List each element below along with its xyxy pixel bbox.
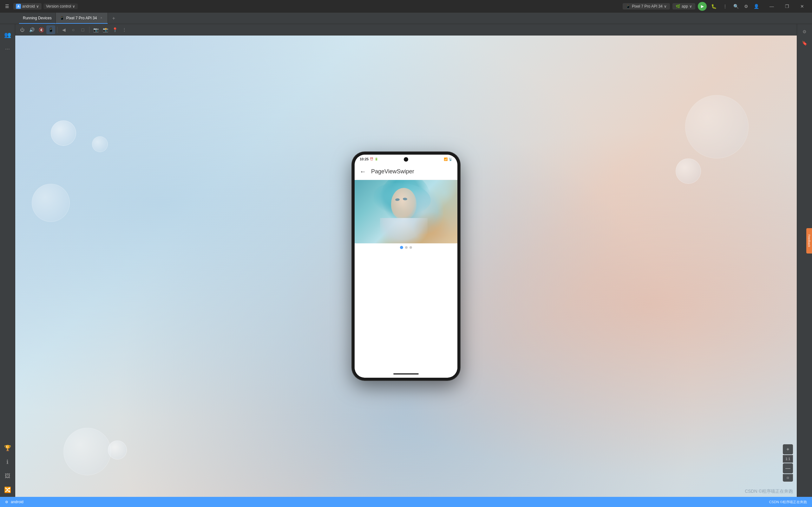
status-csdn-text: CSDN ©程序喵正在奔跑 bbox=[769, 500, 807, 504]
status-time: 10:25 bbox=[360, 157, 368, 161]
status-right-icons: 📶 📡 bbox=[444, 158, 452, 161]
titlebar-right: 🔍 ⚙ 👤 — ❐ ✕ bbox=[731, 2, 809, 11]
titlebar-center: 📱 Pixel 7 Pro API 34 ∨ 🌿 app ∨ ▶ 🐛 ⋮ bbox=[623, 2, 729, 11]
device-name: Pixel 7 Pro API 34 bbox=[632, 4, 663, 9]
status-battery-icon: 🔋 bbox=[374, 158, 378, 161]
settings-icon[interactable]: ⚙ bbox=[742, 2, 751, 11]
sidebar-git-icon[interactable]: 🔀 bbox=[1, 484, 14, 496]
wifi-icon: 📶 bbox=[444, 158, 448, 161]
status-time-area: 10:25 ⏰ 🔋 bbox=[360, 157, 378, 161]
phone-screen: 10:25 ⏰ 🔋 📶 📡 ← PageViewSwiper bbox=[355, 155, 457, 378]
zoom-out-button[interactable]: — bbox=[783, 463, 793, 473]
tab-pixel-device[interactable]: 📱 Pixel 7 Pro API 34 × bbox=[56, 13, 108, 24]
phone-app-title: PageViewSwiper bbox=[371, 168, 414, 175]
status-bar-left: ⚙ android bbox=[5, 500, 769, 504]
tab-running-devices[interactable]: Running Devices bbox=[19, 13, 56, 24]
sidebar-people-icon[interactable]: 👥 bbox=[1, 29, 14, 41]
run-button[interactable]: ▶ bbox=[698, 2, 707, 11]
phone-app-bar: ← PageViewSwiper bbox=[355, 164, 457, 180]
status-alarm-icon: ⏰ bbox=[370, 158, 373, 161]
more-options-icon[interactable]: ⋮ bbox=[721, 2, 729, 11]
location-icon[interactable]: 📍 bbox=[110, 25, 119, 34]
android-dropdown-arrow: ∨ bbox=[36, 4, 39, 9]
pixel-tab-label: Pixel 7 Pro API 34 bbox=[66, 16, 97, 20]
restore-button[interactable]: ❐ bbox=[780, 2, 794, 11]
android-icon: A bbox=[16, 4, 21, 9]
page-dot-1 bbox=[400, 246, 403, 249]
phone-frame: 10:25 ⏰ 🔋 📶 📡 ← PageViewSwiper bbox=[352, 152, 460, 380]
pixel-tab-icon: 📱 bbox=[60, 16, 64, 20]
minimize-button[interactable]: — bbox=[764, 2, 779, 11]
home-button-icon[interactable]: ○ bbox=[69, 25, 78, 34]
power-icon[interactable]: ⏻ bbox=[18, 25, 27, 34]
device-toolbar: ⏻ 🔊 🔇 📱 ◀ ○ □ 📷 📸 📍 ⋮ bbox=[15, 24, 812, 36]
device-dropdown-arrow: ∨ bbox=[664, 4, 667, 9]
page-dot-3 bbox=[409, 246, 412, 249]
recents-button-icon[interactable]: □ bbox=[78, 25, 87, 34]
android-project-label: android bbox=[22, 4, 35, 9]
sidebar-more-icon[interactable]: ··· bbox=[1, 43, 14, 55]
page-indicator bbox=[355, 243, 457, 251]
feedback-tab[interactable]: Feedback bbox=[806, 228, 812, 253]
screenshot-icon[interactable]: 📸 bbox=[101, 25, 110, 34]
android-project-selector[interactable]: A android ∨ bbox=[13, 3, 42, 9]
profile-icon[interactable]: 👤 bbox=[752, 2, 761, 11]
vc-label: Version control bbox=[46, 4, 71, 9]
signal-icon: 📡 bbox=[449, 158, 452, 161]
device-selector[interactable]: 📱 Pixel 7 Pro API 34 ∨ bbox=[623, 3, 670, 9]
right-panel-bookmark-icon[interactable]: 🔖 bbox=[800, 38, 810, 48]
phone-content bbox=[355, 180, 457, 370]
sidebar-trophy-icon[interactable]: 🏆 bbox=[1, 442, 14, 454]
toolbar-more-icon[interactable]: ⋮ bbox=[120, 25, 129, 34]
phone-bottom-bar bbox=[355, 370, 457, 378]
tabbar: Running Devices 📱 Pixel 7 Pro API 34 × + bbox=[0, 13, 812, 24]
phone-back-button[interactable]: ← bbox=[360, 168, 366, 175]
status-android-icon: ⚙ bbox=[5, 500, 8, 504]
debug-icon[interactable]: 🐛 bbox=[709, 2, 718, 11]
back-button-icon[interactable]: ◀ bbox=[59, 25, 68, 34]
phone-icon: 📱 bbox=[626, 4, 630, 9]
zoom-in-button[interactable]: + bbox=[783, 444, 793, 454]
run-config-icon: 🌿 bbox=[676, 4, 680, 9]
zoom-fit-button[interactable]: ⊡ bbox=[783, 474, 793, 482]
tab-running-devices-label: Running Devices bbox=[23, 16, 52, 20]
sidebar-image-icon[interactable]: 🖼 bbox=[1, 469, 14, 482]
run-config-arrow: ∨ bbox=[689, 4, 692, 9]
bg-warm bbox=[413, 212, 451, 243]
main-content: 10:25 ⏰ 🔋 📶 📡 ← PageViewSwiper bbox=[15, 36, 797, 497]
right-panel: 📊 ⚙ 🔖 bbox=[797, 13, 812, 497]
camera-icon[interactable]: 📷 bbox=[91, 25, 100, 34]
search-icon[interactable]: 🔍 bbox=[731, 2, 740, 11]
page-dot-2 bbox=[405, 246, 408, 249]
vc-dropdown-arrow: ∨ bbox=[72, 4, 75, 9]
window-controls: — ❐ ✕ bbox=[764, 2, 809, 11]
left-sidebar: 📁 👥 ··· 🏆 ℹ 🖼 🔀 bbox=[0, 13, 15, 497]
titlebar-left: ☰ A android ∨ Version control ∨ bbox=[3, 2, 621, 11]
toolbar-separator bbox=[57, 26, 57, 33]
close-button[interactable]: ✕ bbox=[795, 2, 809, 11]
run-config-label: app bbox=[681, 4, 688, 9]
phone-white-content bbox=[355, 251, 457, 370]
sidebar-info-icon[interactable]: ℹ bbox=[1, 456, 14, 468]
run-config-selector[interactable]: 🌿 app ∨ bbox=[672, 3, 695, 9]
status-android-label[interactable]: android bbox=[11, 500, 23, 504]
right-panel-settings-icon[interactable]: ⚙ bbox=[800, 26, 810, 37]
mute-icon[interactable]: 🔇 bbox=[37, 25, 46, 34]
status-bar: ⚙ android CSDN ©程序喵正在奔跑 bbox=[0, 497, 812, 507]
titlebar: ☰ A android ∨ Version control ∨ 📱 Pixel … bbox=[0, 0, 812, 13]
home-indicator bbox=[393, 373, 419, 375]
phone-banner-image bbox=[355, 180, 457, 243]
phone-power-button bbox=[457, 212, 458, 231]
version-control-selector[interactable]: Version control ∨ bbox=[44, 3, 78, 9]
phone-status-bar: 10:25 ⏰ 🔋 📶 📡 bbox=[355, 155, 457, 164]
tab-close-button[interactable]: × bbox=[99, 15, 104, 20]
toolbar-separator-2 bbox=[89, 26, 90, 33]
screen-rotate-icon[interactable]: 📱 bbox=[46, 25, 55, 34]
add-tab-button[interactable]: + bbox=[109, 14, 118, 23]
front-camera bbox=[404, 157, 408, 162]
zoom-level-display[interactable]: 1:1 bbox=[783, 455, 793, 463]
zoom-controls: + 1:1 — ⊡ bbox=[783, 444, 793, 482]
volume-icon[interactable]: 🔊 bbox=[27, 25, 36, 34]
hamburger-menu-icon[interactable]: ☰ bbox=[3, 2, 11, 11]
